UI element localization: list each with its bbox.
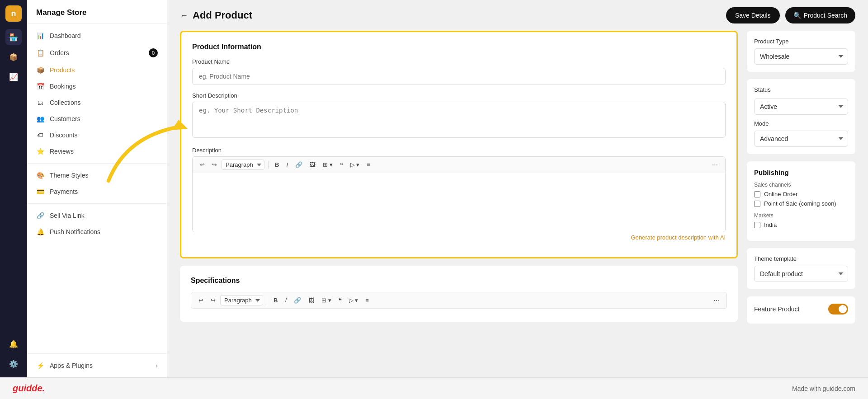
product-info-title: Product Information [192, 43, 726, 51]
specs-rte-more-button[interactable]: ⋯ [711, 295, 722, 305]
sidebar-item-reviews[interactable]: ⭐ Reviews [27, 143, 167, 160]
sidebar-item-push-notifications[interactable]: 🔔 Push Notifications [27, 224, 167, 240]
specs-rte-paragraph-select[interactable]: Paragraph [220, 295, 263, 305]
specs-rte-redo-button[interactable]: ↪ [208, 295, 218, 305]
rte-redo-button[interactable]: ↪ [209, 160, 220, 170]
orders-badge: 0 [149, 48, 158, 57]
sidebar-item-sell-via-link[interactable]: 🔗 Sell Via Link [27, 207, 167, 224]
dashboard-icon: 📊 [36, 32, 44, 39]
specs-rte-table-button[interactable]: ⊞ ▾ [319, 295, 334, 305]
status-select[interactable]: Active [754, 99, 848, 115]
rte-divider-1 [268, 161, 269, 169]
rte-link-button[interactable]: 🔗 [292, 160, 305, 170]
bookings-icon: 📅 [36, 83, 44, 90]
specs-rte-embed-button[interactable]: ▷ ▾ [346, 295, 361, 305]
collections-icon: 🗂 [36, 99, 44, 106]
rte-paragraph-select[interactable]: Paragraph [222, 160, 264, 170]
top-bar: ← Add Product Save Details 🔍 Product Sea… [167, 0, 868, 31]
rte-bold-button[interactable]: B [272, 160, 282, 170]
sidebar-item-theme-styles[interactable]: 🎨 Theme Styles [27, 167, 167, 183]
sidebar-item-discounts[interactable]: 🏷 Discounts [27, 127, 167, 143]
sidebar-item-dashboard[interactable]: 📊 Dashboard [27, 28, 167, 44]
specs-rte-toolbar: ↩ ↪ Paragraph B I 🔗 🖼 ⊞ ▾ ❝ [191, 292, 726, 309]
main-content: ← Add Product Save Details 🔍 Product Sea… [167, 0, 868, 377]
product-search-button[interactable]: 🔍 Product Search [785, 7, 856, 23]
rte-table-button[interactable]: ⊞ ▾ [320, 160, 335, 170]
right-panel: Product Type Wholesale Status Active Mod… [747, 31, 855, 368]
content-area: Product Information Product Name Short D… [167, 31, 868, 377]
feature-product-toggle[interactable] [828, 304, 848, 315]
app-logo[interactable]: n [5, 5, 22, 22]
specs-rte-image-button[interactable]: 🖼 [306, 295, 317, 305]
footer-tagline: Made with guidde.com [792, 385, 855, 392]
specifications-title: Specifications [191, 277, 727, 285]
product-name-label: Product Name [192, 58, 726, 65]
feature-product-label: Feature Product [754, 305, 799, 313]
reviews-icon: ⭐ [36, 148, 44, 155]
ai-generate-link[interactable]: Generate product description with AI [192, 234, 726, 241]
save-details-button[interactable]: Save Details [726, 7, 780, 23]
icon-bar: n 🏪 📦 📈 🔔 ⚙️ [0, 0, 27, 377]
sidebar-item-products[interactable]: 📦 Products [27, 62, 167, 78]
discounts-icon: 🏷 [36, 131, 44, 139]
status-section: Status Active Mode Advanced [747, 79, 855, 154]
icon-bar-products[interactable]: 📦 [5, 49, 22, 65]
india-market-checkbox[interactable] [754, 222, 760, 228]
icon-bar-analytics[interactable]: 📈 [5, 69, 22, 85]
specs-rte-bold-button[interactable]: B [271, 295, 280, 305]
specs-rte-quote-button[interactable]: ❝ [336, 295, 344, 305]
sidebar-item-bookings[interactable]: 📅 Bookings [27, 78, 167, 94]
rte-italic-button[interactable]: I [283, 160, 291, 170]
theme-icon: 🎨 [36, 172, 44, 179]
specs-rte-italic-button[interactable]: I [282, 295, 289, 305]
products-icon: 📦 [36, 66, 44, 74]
rte-toolbar: ↩ ↪ Paragraph B I 🔗 🖼 ⊞ ▾ ❝ [193, 157, 725, 173]
rte-more-button[interactable]: ⋯ [709, 160, 721, 170]
short-description-input[interactable] [192, 102, 726, 138]
specifications-editor: ↩ ↪ Paragraph B I 🔗 🖼 ⊞ ▾ ❝ [191, 292, 727, 309]
page-title: Add Product [193, 9, 252, 21]
feature-product-section: Feature Product [747, 296, 855, 324]
specs-rte-list-button[interactable]: ≡ [363, 295, 372, 305]
sidebar-item-customers[interactable]: 👥 Customers [27, 111, 167, 127]
sidebar-item-orders[interactable]: 📋 Orders 0 [27, 44, 167, 62]
main-form: Product Information Product Name Short D… [180, 31, 738, 368]
search-icon: 🔍 [793, 12, 801, 19]
publishing-section: Publishing Sales channels Online Order P… [747, 161, 855, 241]
online-order-row: Online Order [754, 191, 848, 197]
back-arrow-icon[interactable]: ← [180, 11, 188, 20]
theme-template-label: Theme template [754, 255, 848, 262]
product-type-select[interactable]: Wholesale [754, 48, 848, 65]
icon-bar-settings[interactable]: ⚙️ [5, 356, 22, 372]
sidebar-item-collections[interactable]: 🗂 Collections [27, 94, 167, 111]
publishing-title: Publishing [754, 169, 848, 176]
specs-rte-link-button[interactable]: 🔗 [291, 295, 304, 305]
payments-icon: 💳 [36, 188, 44, 195]
feature-product-row: Feature Product [754, 304, 848, 315]
icon-bar-bell[interactable]: 🔔 [5, 336, 22, 352]
rte-undo-button[interactable]: ↩ [197, 160, 208, 170]
sales-channels-subsection: Sales channels Online Order Point of Sal… [754, 182, 848, 207]
sidebar-item-payments[interactable]: 💳 Payments [27, 183, 167, 200]
theme-template-select[interactable]: Default product [754, 266, 848, 282]
product-name-input[interactable] [192, 68, 726, 85]
rte-embed-button[interactable]: ▷ ▾ [348, 160, 363, 170]
point-of-sale-label: Point of Sale (coming soon) [764, 200, 836, 207]
rte-list-button[interactable]: ≡ [364, 160, 373, 170]
link-icon: 🔗 [36, 212, 44, 219]
product-information-card: Product Information Product Name Short D… [180, 31, 738, 258]
specs-rte-divider [267, 296, 267, 305]
sidebar-item-apps-plugins[interactable]: ⚡ Apps & Plugins › [27, 357, 167, 374]
rte-quote-button[interactable]: ❝ [337, 160, 346, 170]
icon-bar-store[interactable]: 🏪 [5, 29, 22, 45]
mode-select[interactable]: Advanced [754, 131, 848, 147]
rte-body[interactable] [193, 173, 725, 232]
online-order-checkbox[interactable] [754, 191, 760, 197]
point-of-sale-checkbox[interactable] [754, 201, 760, 207]
sidebar-header: Manage Store [27, 0, 167, 24]
customers-icon: 👥 [36, 115, 44, 122]
sales-channels-label: Sales channels [754, 182, 848, 188]
rte-image-button[interactable]: 🖼 [307, 160, 318, 170]
specs-rte-undo-button[interactable]: ↩ [196, 295, 206, 305]
mode-label: Mode [754, 120, 848, 127]
